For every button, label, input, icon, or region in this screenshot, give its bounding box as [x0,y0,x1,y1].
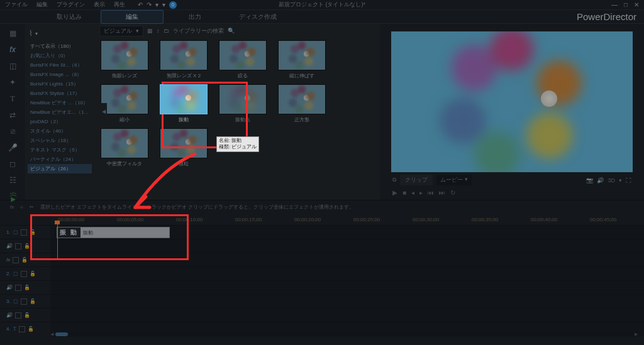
track-toggle[interactable] [15,285,21,291]
category-item[interactable]: proDAD（2） [28,117,92,126]
category-item[interactable]: BorisFX Film St...（6） [28,60,92,70]
category-item[interactable]: スタイル（40） [28,126,92,136]
effect-thumb[interactable]: 中密度フィルタ [99,128,150,167]
search-icon[interactable]: 🔍 [228,28,235,34]
fullscreen-icon[interactable]: ⛶ [626,177,631,183]
dock-icon[interactable]: ⧉ [392,177,396,183]
menu-play[interactable]: 再生 [114,1,125,9]
lock-icon[interactable]: 🔓 [28,326,34,332]
effect-thumb[interactable]: 絞る [218,40,268,79]
transition-icon[interactable]: ⇄ [8,111,17,119]
category-item[interactable]: BorisFX Image ...（8） [28,70,92,79]
close-icon[interactable]: ✕ [634,1,639,8]
timeline-scrollbar[interactable]: ◀ ▶ [50,332,638,337]
track-toggle[interactable] [13,257,19,263]
redo-icon[interactable]: ↷ [147,1,152,8]
minimize-icon[interactable]: — [611,1,618,8]
audio-icon[interactable]: 🔊 [6,243,13,249]
category-item[interactable]: ビジュアル（26） [28,164,92,173]
scissors-icon[interactable]: ✂ [30,204,34,210]
step-fwd-icon[interactable]: ⏭ [439,189,445,196]
audio-icon[interactable]: 🔊 [6,285,13,290]
track-toggle[interactable] [21,229,27,236]
fx-icon[interactable]: fx [8,45,17,54]
play-icon[interactable]: ▶ [392,189,397,196]
pip-icon[interactable]: ◫ [8,62,17,70]
cloud-badge-icon[interactable]: 0 [169,1,177,9]
category-dropdown[interactable]: ビジュアル▾ [99,26,143,36]
chevron-down-icon[interactable]: ▾ [35,31,38,36]
3d-button[interactable]: 3D [608,177,615,183]
folder-icon[interactable]: 🗀 [164,28,169,34]
category-item[interactable]: パーティクル（24） [28,155,92,164]
category-item[interactable]: NewBlue ビデオエ...（10） [28,107,92,117]
effect-thumb[interactable]: 無限レンズ X 2 [158,40,209,79]
sort-icon[interactable]: ↕ [157,28,160,34]
lock-icon[interactable]: 🔓 [24,312,30,318]
voice-icon[interactable]: 🎤 [8,143,17,152]
track-toggle[interactable] [21,298,27,305]
panel-collapse-icon[interactable]: ◀ [101,103,107,119]
effect-thumb[interactable]: 縮小 [99,84,150,123]
timeline-clip[interactable]: 振 動 振動 [57,227,170,238]
scroll-handle[interactable] [55,332,68,336]
dropdown-icon[interactable]: ▾ [155,1,158,8]
menu-file[interactable]: ファイル [5,1,28,9]
video-icon[interactable]: ▢ [13,271,18,277]
effect-thumb[interactable]: 振動れ [218,84,268,123]
menu-view[interactable]: 表示 [94,1,105,9]
tab-edit[interactable]: 編集 [101,10,164,24]
media-icon[interactable]: ▦ [8,29,17,38]
category-item[interactable]: NewBlue ビデオ ...（10） [28,98,92,107]
clip-mode-button[interactable]: クリップ [400,175,433,185]
lock-icon[interactable]: 🔓 [21,257,28,263]
effect-thumb[interactable]: 微粒 [158,128,209,167]
tab-capture[interactable]: 取り込み [38,11,101,23]
step-back-icon[interactable]: ⏮ [428,189,434,196]
volume-icon[interactable]: 🔊 [597,177,604,183]
category-item[interactable]: BorisFX Stylize（17） [28,89,92,98]
effect-thumb-selected[interactable]: 振動 [158,84,209,123]
chapter-icon[interactable]: ◻ [8,160,17,168]
effect-thumb[interactable]: 魚眼レンズ [99,40,150,79]
effect-thumb[interactable]: 縦に伸ばす [277,40,327,79]
video-icon[interactable]: ▢ [13,298,18,304]
lock-icon[interactable]: 🔓 [30,229,36,235]
time-ruler[interactable]: 00;00;00;00 00;00;05;00 00;00;10;00 00;0… [0,214,644,225]
scroll-left-icon[interactable]: ◀ [50,332,53,337]
category-item[interactable]: テキスト マスク（5） [28,145,92,155]
particle-icon[interactable]: ✦ [8,78,17,87]
movie-dropdown[interactable]: ムービー▾ [436,175,472,185]
video-icon[interactable]: ▢ [13,229,18,235]
audio-icon[interactable]: 🔊 [6,312,13,318]
track-toggle[interactable] [19,326,25,332]
title-icon[interactable]: T [8,94,17,103]
tab-output[interactable]: 出力 [164,11,226,23]
grid-icon[interactable]: ▦ [147,28,153,34]
playhead[interactable] [57,224,58,258]
menu-plugin[interactable]: プラグイン [57,1,85,9]
menu-edit[interactable]: 編集 [36,1,48,9]
next-frame-icon[interactable]: ▸ [419,189,423,196]
subtitle-icon[interactable]: ☷ [8,176,17,185]
snapshot-icon[interactable]: 📷 [586,177,593,183]
undo-icon[interactable]: ↶ [138,1,143,8]
title-icon[interactable]: T [13,326,16,332]
maximize-icon[interactable]: □ [624,1,628,8]
effect-thumb[interactable]: 正方形 [277,84,327,123]
category-item[interactable]: スペシャル（18） [28,136,92,145]
lock-icon[interactable]: 🔓 [30,298,36,304]
lock-icon[interactable]: 🔓 [24,285,30,290]
track-toggle[interactable] [15,243,21,249]
link-icon[interactable]: ⟐ [20,204,23,210]
dropdown-icon[interactable]: ▾ [162,1,165,8]
chevron-down-icon[interactable]: ▾ [619,177,622,183]
lock-icon[interactable]: 🔓 [24,243,30,249]
loop-icon[interactable]: ↻ [450,189,455,196]
category-item[interactable]: すべて表示（180） [28,41,92,51]
category-item[interactable]: お気に入り（0） [28,51,92,60]
track-toggle[interactable] [21,271,27,277]
audio-mix-icon[interactable]: ⎚ [8,127,17,136]
tab-disc[interactable]: ディスク作成 [226,11,289,23]
scroll-right-icon[interactable]: ▶ [635,332,638,337]
